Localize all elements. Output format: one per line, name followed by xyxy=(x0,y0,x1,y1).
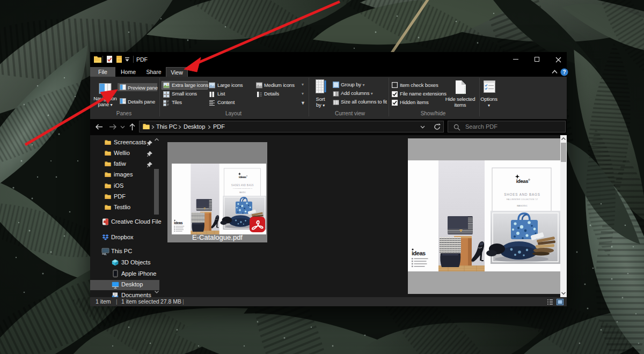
svg-text:?: ? xyxy=(562,69,566,75)
